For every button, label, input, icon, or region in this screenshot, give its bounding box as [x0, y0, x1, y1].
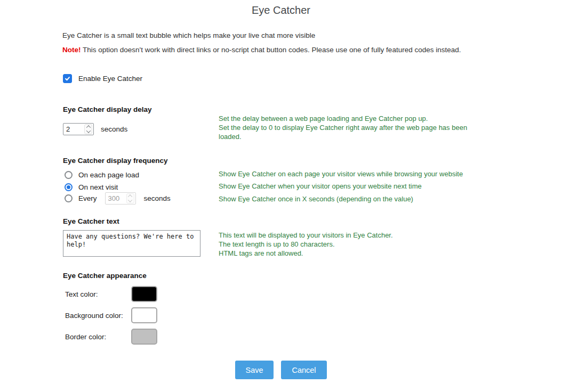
- save-button[interactable]: Save: [235, 361, 274, 379]
- enable-eye-catcher-label: Enable Eye Catcher: [78, 75, 142, 83]
- background-color-row: Background color:: [65, 307, 157, 323]
- appearance-heading: Eye Catcher appearance: [63, 272, 147, 280]
- radio-every-label[interactable]: Every: [78, 194, 97, 202]
- text-color-label: Text color:: [65, 290, 131, 298]
- spinner-down-icon[interactable]: [86, 128, 90, 133]
- delay-unit-label: seconds: [101, 125, 127, 133]
- enable-eye-catcher-row: Enable Eye Catcher: [63, 74, 142, 83]
- cancel-button[interactable]: Cancel: [281, 361, 327, 379]
- interval-number-input-box: [105, 192, 136, 205]
- border-color-label: Border color:: [65, 333, 131, 341]
- description-text: Eye Catcher is a small text bubble which…: [62, 31, 315, 39]
- text-help-line-3: HTML tags are not allowed.: [219, 249, 443, 258]
- interval-spinner[interactable]: [126, 193, 134, 203]
- display-delay-row: seconds: [63, 123, 127, 135]
- display-delay-heading: Eye Catcher display delay: [63, 105, 152, 113]
- delay-help-line-1: Set the delay between a web page loading…: [219, 114, 481, 123]
- frequency-help-each-page-load: Show Eye Catcher on each page your visit…: [219, 169, 463, 178]
- frequency-help-next-visit: Show Eye Catcher when your visitor opens…: [219, 182, 422, 191]
- delay-seconds-input[interactable]: [66, 125, 83, 133]
- text-color-row: Text color:: [65, 286, 157, 302]
- delay-spinner[interactable]: [84, 124, 92, 134]
- border-color-row: Border color:: [65, 329, 157, 345]
- eye-catcher-text-help: This text will be displayed to your visi…: [219, 231, 443, 258]
- frequency-option-every-x-seconds[interactable]: Every seconds: [65, 193, 171, 203]
- note-label: Note!: [62, 46, 81, 54]
- background-color-swatch[interactable]: [131, 307, 157, 323]
- text-help-line-2: The text length is up to 80 characters.: [219, 240, 443, 249]
- eye-catcher-text-heading: Eye Catcher text: [63, 217, 119, 225]
- checkmark-icon: [65, 76, 70, 81]
- radio-each-page-load[interactable]: [65, 171, 73, 179]
- eye-catcher-settings-page: Eye Catcher Eye Catcher is a small text …: [0, 0, 562, 392]
- display-delay-help: Set the delay between a web page loading…: [219, 114, 481, 141]
- text-color-swatch[interactable]: [131, 286, 157, 302]
- delay-help-line-2: Set the delay to 0 to display Eye Catche…: [219, 123, 481, 141]
- note-line: Note! This option doesn't work with dire…: [62, 46, 461, 54]
- radio-each-page-load-label[interactable]: On each page load: [78, 171, 139, 179]
- border-color-swatch[interactable]: [131, 329, 157, 345]
- text-help-line-1: This text will be displayed to your visi…: [219, 231, 443, 240]
- note-text: This option doesn't work with direct lin…: [81, 46, 461, 54]
- frequency-help-every-x-seconds: Show Eye Catcher once in X seconds (depe…: [219, 194, 413, 203]
- spinner-down-icon[interactable]: [128, 198, 132, 202]
- frequency-option-next-visit[interactable]: On next visit: [65, 182, 118, 192]
- interval-seconds-input[interactable]: [108, 194, 125, 202]
- page-title: Eye Catcher: [0, 4, 562, 17]
- eye-catcher-text-input[interactable]: Have any questions? We're here to help!: [63, 230, 200, 257]
- radio-every-x-seconds[interactable]: [65, 194, 73, 202]
- frequency-option-each-page-load[interactable]: On each page load: [65, 169, 139, 180]
- display-frequency-heading: Eye Catcher display frequency: [63, 157, 168, 165]
- interval-unit-label: seconds: [144, 194, 171, 202]
- radio-next-visit[interactable]: [65, 183, 73, 191]
- radio-next-visit-label[interactable]: On next visit: [78, 183, 118, 191]
- delay-number-input-box: [63, 123, 94, 135]
- actions-row: Save Cancel: [0, 361, 562, 379]
- enable-eye-catcher-checkbox[interactable]: [63, 74, 72, 83]
- background-color-label: Background color:: [65, 312, 131, 320]
